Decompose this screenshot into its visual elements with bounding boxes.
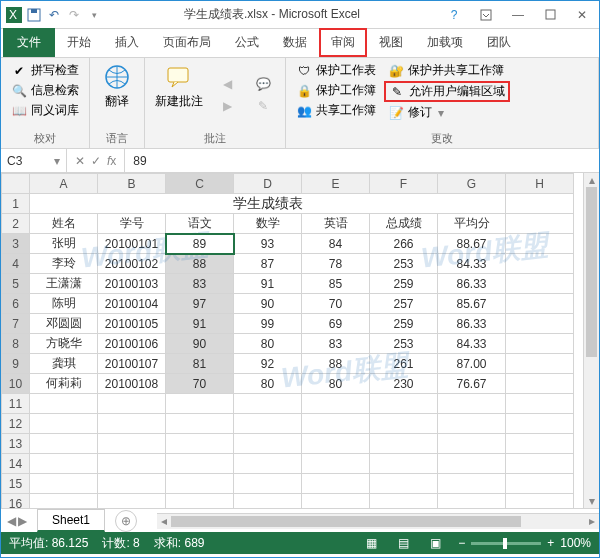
cell[interactable]: 80 [234,334,302,354]
row-header[interactable]: 8 [2,334,30,354]
row-header[interactable]: 15 [2,474,30,494]
cell[interactable]: 92 [234,354,302,374]
cell[interactable]: 84.33 [438,254,506,274]
cell[interactable] [506,454,574,474]
ribbon-options-icon[interactable] [473,5,499,25]
cell[interactable] [506,274,574,294]
cell[interactable] [370,454,438,474]
cell[interactable] [506,294,574,314]
enter-icon[interactable]: ✓ [91,154,101,168]
cell[interactable]: 89 [166,234,234,254]
row-header[interactable]: 10 [2,374,30,394]
cell[interactable]: 学号 [98,214,166,234]
cell[interactable]: 86.33 [438,314,506,334]
cell[interactable]: 90 [166,334,234,354]
cell[interactable]: 84 [302,234,370,254]
sheet-tab[interactable]: Sheet1 [37,509,105,532]
scroll-left-icon[interactable]: ◂ [157,514,171,528]
cell[interactable]: 总成绩 [370,214,438,234]
cell[interactable]: 76.67 [438,374,506,394]
cell[interactable]: 20100107 [98,354,166,374]
cell[interactable]: 张明 [30,234,98,254]
qat-dropdown-icon[interactable]: ▾ [85,6,103,24]
cell[interactable]: 83 [302,334,370,354]
chevron-down-icon[interactable]: ▾ [54,154,60,168]
cell[interactable] [302,394,370,414]
row-header[interactable]: 9 [2,354,30,374]
page-break-icon[interactable]: ▣ [426,535,444,551]
cell[interactable] [438,454,506,474]
cell[interactable]: 20100102 [98,254,166,274]
cell[interactable]: 70 [302,294,370,314]
tab-layout[interactable]: 页面布局 [151,28,223,57]
cell[interactable] [438,434,506,454]
tab-review[interactable]: 审阅 [319,28,367,57]
cell[interactable]: 78 [302,254,370,274]
column-header[interactable]: B [98,174,166,194]
cell[interactable]: 85 [302,274,370,294]
protect-share-button[interactable]: 🔐保护并共享工作簿 [384,61,510,80]
cell[interactable] [370,494,438,509]
row-header[interactable]: 11 [2,394,30,414]
vertical-scrollbar[interactable]: ▴ ▾ [583,173,599,508]
tab-file[interactable]: 文件 [3,28,55,57]
worksheet-grid[interactable]: Word联盟 Word联盟 Word联盟 ABCDEFGH1学生成绩表2姓名学号… [1,173,599,508]
cell[interactable]: 84.33 [438,334,506,354]
cell[interactable]: 88 [166,254,234,274]
cell[interactable] [234,494,302,509]
cell[interactable] [166,394,234,414]
cell[interactable]: 91 [234,274,302,294]
tab-addins[interactable]: 加载项 [415,28,475,57]
scroll-thumb[interactable] [586,187,597,357]
cell[interactable] [506,334,574,354]
cell[interactable] [166,474,234,494]
row-header[interactable]: 12 [2,414,30,434]
cell[interactable] [438,414,506,434]
cell[interactable] [30,414,98,434]
zoom-control[interactable]: − + 100% [458,536,591,550]
cell[interactable] [302,474,370,494]
cell[interactable]: 257 [370,294,438,314]
cell[interactable] [506,414,574,434]
tab-team[interactable]: 团队 [475,28,523,57]
spellcheck-button[interactable]: ✔拼写检查 [7,61,83,80]
cell[interactable]: 数学 [234,214,302,234]
prev-sheet-icon[interactable]: ◀ [7,514,16,528]
cell[interactable]: 86.33 [438,274,506,294]
row-header[interactable]: 5 [2,274,30,294]
ink-button[interactable]: ✎ [251,97,275,115]
help-icon[interactable]: ? [441,5,467,25]
column-header[interactable]: D [234,174,302,194]
cell[interactable]: 姓名 [30,214,98,234]
column-header[interactable]: A [30,174,98,194]
share-workbook-button[interactable]: 👥共享工作簿 [292,101,380,120]
cell[interactable]: 龚琪 [30,354,98,374]
cell[interactable]: 20100108 [98,374,166,394]
cell[interactable] [30,434,98,454]
cell[interactable]: 253 [370,334,438,354]
row-header[interactable]: 6 [2,294,30,314]
track-changes-button[interactable]: 📝修订▾ [384,103,510,122]
tab-home[interactable]: 开始 [55,28,103,57]
tab-insert[interactable]: 插入 [103,28,151,57]
cell[interactable] [30,474,98,494]
scroll-right-icon[interactable]: ▸ [585,514,599,528]
cell[interactable]: 英语 [302,214,370,234]
column-header[interactable]: G [438,174,506,194]
cell[interactable]: 87.00 [438,354,506,374]
cell[interactable] [98,454,166,474]
cell[interactable] [302,494,370,509]
translate-button[interactable]: 翻译 [96,61,138,129]
row-header[interactable]: 13 [2,434,30,454]
protect-workbook-button[interactable]: 🔒保护工作簿 [292,81,380,100]
cell[interactable] [370,434,438,454]
cell[interactable] [438,394,506,414]
add-sheet-button[interactable]: ⊕ [115,510,137,532]
cell[interactable] [438,494,506,509]
cell[interactable] [166,414,234,434]
cancel-icon[interactable]: ✕ [75,154,85,168]
column-header[interactable]: H [506,174,574,194]
cell[interactable]: 93 [234,234,302,254]
cell[interactable]: 20100101 [98,234,166,254]
cell[interactable] [506,354,574,374]
